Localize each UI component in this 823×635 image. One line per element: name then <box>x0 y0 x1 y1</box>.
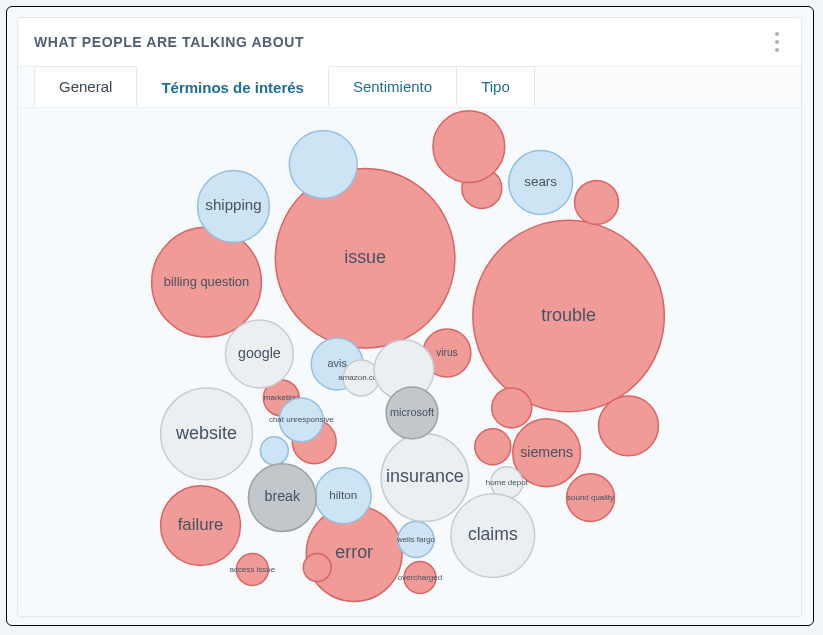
bubble-node[interactable] <box>509 151 573 215</box>
tab-terminos-de-interes[interactable]: Términos de interés <box>137 66 329 106</box>
tab-general[interactable]: General <box>34 66 137 106</box>
bubble-node[interactable] <box>289 131 357 199</box>
bubble-node[interactable] <box>513 419 581 487</box>
card-title: WHAT PEOPLE ARE TALKING ABOUT <box>34 34 304 50</box>
bubble-node[interactable] <box>398 522 434 558</box>
bubble-node[interactable] <box>275 168 455 348</box>
bubble-node[interactable] <box>404 561 436 593</box>
bubble-node[interactable] <box>386 387 438 439</box>
bubble-node[interactable] <box>152 227 262 337</box>
more-options-icon[interactable] <box>763 28 791 56</box>
bubble-node[interactable] <box>473 220 665 412</box>
card-header: WHAT PEOPLE ARE TALKING ABOUT <box>18 18 801 66</box>
bubble-node[interactable] <box>248 464 316 532</box>
bubble-node[interactable] <box>315 468 371 524</box>
bubble-node[interactable] <box>575 180 619 224</box>
widget-card: WHAT PEOPLE ARE TALKING ABOUT General Té… <box>17 17 802 617</box>
tab-sentimiento[interactable]: Sentimiento <box>329 66 457 106</box>
bubble-node[interactable] <box>475 429 511 465</box>
bubble-node[interactable] <box>236 554 268 586</box>
bubble-node[interactable] <box>567 474 615 522</box>
bubble-node[interactable] <box>161 388 253 480</box>
bubble-node[interactable] <box>599 396 659 456</box>
bubble-node[interactable] <box>260 437 288 465</box>
bubble-node[interactable] <box>279 398 323 442</box>
bubble-chart: issuetroublebilling questionerrorfailure… <box>18 108 801 616</box>
bubble-node[interactable] <box>303 554 331 582</box>
bubble-node[interactable] <box>451 494 535 578</box>
tabs-bar: General Términos de interés Sentimiento … <box>18 66 801 108</box>
bubble-node[interactable] <box>492 388 532 428</box>
bubble-node[interactable] <box>225 320 293 388</box>
bubble-node[interactable] <box>198 170 270 242</box>
bubble-node[interactable] <box>433 111 505 183</box>
tab-tipo[interactable]: Tipo <box>457 66 535 106</box>
bubble-node[interactable] <box>161 486 241 566</box>
bubble-node[interactable] <box>381 434 469 522</box>
